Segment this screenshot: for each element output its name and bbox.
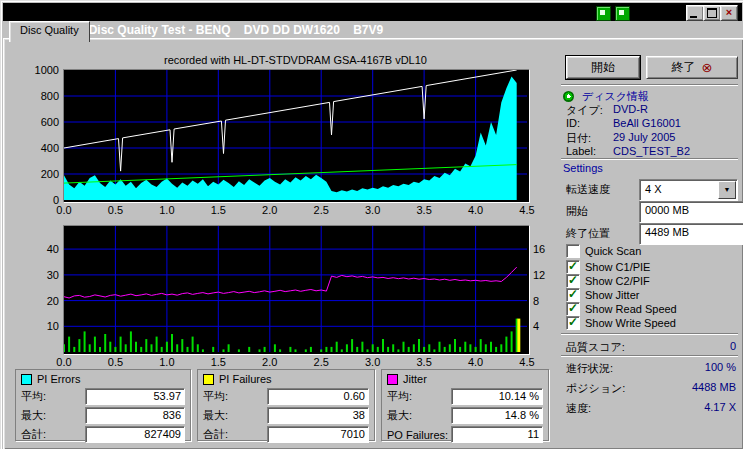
axis-tick-label: 1.5 [207, 204, 229, 216]
stat-row: PO Failures: 11 [382, 425, 548, 444]
avg-label: 平均: [21, 389, 85, 404]
speed-select[interactable]: 4 X ▼ [639, 179, 738, 201]
pi-failures-swatch [203, 374, 214, 385]
disc-icon [563, 91, 574, 102]
axis-tick-label: 2.5 [310, 356, 332, 368]
stat-row: 最大: 14.8 % [382, 406, 548, 425]
show-c1-pie-checkbox[interactable] [566, 260, 580, 274]
disc-label-label: Label: [566, 145, 596, 157]
disc-label-row: Label: CDS_TEST_B2 [566, 145, 738, 158]
axis-tick-label: 1.5 [207, 356, 229, 368]
axis-tick-label: 3.0 [362, 356, 384, 368]
show-write-speed-label: Show Write Speed [585, 317, 676, 329]
total-value: 7010 [267, 426, 369, 443]
disc-info-header-label: ディスク情報 [582, 90, 649, 102]
po-failures-label: PO Failures: [387, 429, 451, 441]
start-position-label: 開始 [566, 204, 588, 219]
checkbox-show-c2-pif[interactable]: Show C2/PIF [566, 274, 650, 287]
titlebar-green-icon-1[interactable] [596, 6, 611, 21]
end-position-input[interactable]: 4489 MB [639, 223, 743, 245]
quality-score-label: 品質スコア: [566, 340, 625, 355]
checkbox-show-read-speed[interactable]: Show Read Speed [566, 302, 677, 315]
stat-row: 合計: 7010 [198, 425, 374, 444]
jitter-stat-header: Jitter [382, 370, 548, 387]
divider [561, 333, 738, 335]
progress-value: 100 % [641, 361, 736, 373]
checkbox-show-c1-pie[interactable]: Show C1/PIE [566, 260, 650, 273]
total-label: 合計: [203, 427, 267, 442]
quality-score-value: 0 [641, 340, 736, 352]
axis-tick-label: 0.0 [53, 356, 75, 368]
checkbox-show-write-speed[interactable]: Show Write Speed [566, 316, 676, 329]
disc-type-value: DVD-R [613, 103, 648, 115]
show-c2-pif-checkbox[interactable] [566, 274, 580, 288]
axis-tick-label: 3.5 [413, 204, 435, 216]
speed-status-label: 速度: [566, 401, 591, 416]
titlebar-green-icon-2[interactable] [615, 6, 630, 21]
pi-errors-swatch [21, 374, 32, 385]
progress-label: 進行状況: [566, 361, 613, 376]
pi-failures-stat-title: PI Failures [219, 373, 272, 385]
position-label: ポジション: [566, 381, 625, 396]
pi-errors-stat-header: PI Errors [16, 370, 190, 387]
axis-tick-label: 4.5 [516, 204, 538, 216]
disc-date-label: 日付: [566, 131, 591, 146]
axis-tick-label: 0.5 [104, 356, 126, 368]
total-value: 827409 [85, 426, 185, 443]
stat-row: 平均: 0.60 [198, 387, 374, 406]
disc-info-header: ディスク情報 [563, 89, 649, 104]
axis-tick-label: 10 [21, 320, 59, 332]
pi-errors-stat-box: PI Errors 平均: 53.97 最大: 836 合計: 827409 [15, 369, 191, 441]
axis-tick-label: 0.5 [104, 204, 126, 216]
show-c2-pif-label: Show C2/PIF [585, 275, 650, 287]
divider [561, 355, 738, 357]
axis-tick-label: 3.0 [362, 204, 384, 216]
app-window: CD Speed : Disc Quality Test - BENQ DVD … [0, 0, 743, 449]
show-read-speed-checkbox[interactable] [566, 302, 580, 316]
pi-failures-stat-box: PI Failures 平均: 0.60 最大: 38 合計: 7010 [197, 369, 375, 441]
axis-tick-label: 200 [21, 168, 59, 180]
speed-select-value: 4 X [645, 183, 662, 195]
checkbox-quick-scan[interactable]: Quick Scan [566, 244, 641, 257]
recorded-with-label: recorded with HL-DT-STDVDRAM GSA-4167B v… [63, 54, 528, 66]
axis-tick-label: 4.5 [516, 356, 538, 368]
axis-tick-label: 400 [21, 142, 59, 154]
minimize-button[interactable] [686, 5, 704, 21]
avg-value: 53.97 [85, 388, 185, 405]
pi-errors-stat-title: PI Errors [37, 373, 80, 385]
chevron-down-icon[interactable]: ▼ [718, 181, 736, 199]
exit-icon: ⊗ [702, 61, 713, 74]
maximize-button[interactable] [703, 5, 721, 21]
disc-id-row: ID: BeAll G16001 [566, 117, 738, 130]
maximize-icon [707, 8, 717, 18]
jitter-swatch [387, 374, 398, 385]
max-label: 最大: [21, 408, 85, 423]
speed-label: 転送速度 [566, 182, 610, 197]
start-position-input[interactable]: 0000 MB [639, 201, 743, 223]
tab-disc-quality[interactable]: Disc Quality [9, 21, 90, 42]
start-button[interactable]: 開始 [566, 56, 640, 79]
max-label: 最大: [203, 408, 267, 423]
axis-tick-label: 1.0 [156, 204, 178, 216]
show-jitter-checkbox[interactable] [566, 288, 580, 302]
axis-tick-label: 1000 [21, 64, 59, 76]
axis-tick-label: 30 [21, 269, 59, 281]
axis-tick-label: 2.0 [259, 204, 281, 216]
axis-tick-label: 3.5 [413, 356, 435, 368]
axis-tick-label: 12 [533, 269, 555, 281]
axis-tick-label: 16 [533, 243, 555, 255]
exit-button[interactable]: 終了 ⊗ [646, 56, 738, 79]
stat-row: 平均: 53.97 [16, 387, 190, 406]
axis-tick-label: 600 [21, 116, 59, 128]
title-bar: CD Speed : Disc Quality Test - BENQ DVD … [3, 3, 742, 21]
max-value: 14.8 % [451, 407, 543, 424]
axis-tick-label: 40 [21, 243, 59, 255]
show-write-speed-checkbox[interactable] [566, 316, 580, 330]
disc-id-label: ID: [566, 117, 580, 129]
max-value: 38 [267, 407, 369, 424]
axis-tick-label: 20 [21, 295, 59, 307]
close-button[interactable]: × [720, 5, 738, 21]
quick-scan-checkbox[interactable] [566, 244, 580, 258]
jitter-pif-chart [63, 225, 530, 355]
checkbox-show-jitter[interactable]: Show Jitter [566, 288, 639, 301]
